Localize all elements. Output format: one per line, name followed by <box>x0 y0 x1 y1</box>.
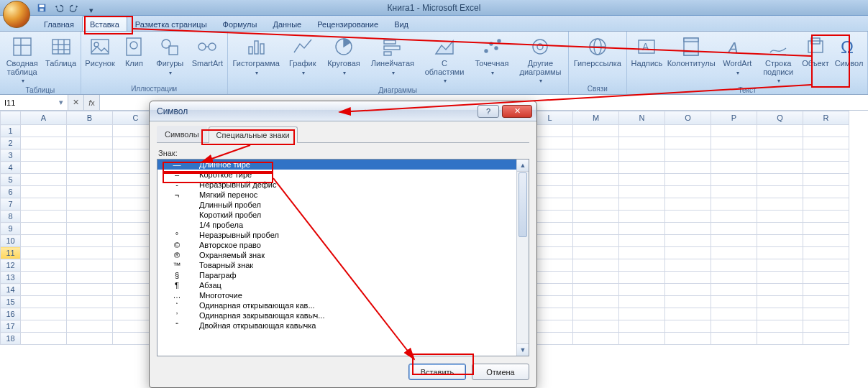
cell[interactable] <box>619 211 665 223</box>
cell[interactable] <box>711 149 757 162</box>
list-item[interactable]: ¶Абзац <box>157 280 529 290</box>
list-item[interactable]: Короткий пробел <box>157 210 529 220</box>
cell[interactable] <box>757 149 803 162</box>
cell[interactable] <box>619 125 665 137</box>
cell[interactable] <box>803 223 849 235</box>
cell[interactable] <box>573 296 619 308</box>
scroll-up-icon[interactable]: ▲ <box>517 160 529 172</box>
row-header[interactable]: 9 <box>1 223 21 235</box>
cell[interactable] <box>665 174 711 186</box>
row-header[interactable]: 2 <box>1 137 21 149</box>
column-header[interactable]: M <box>573 111 619 125</box>
ribbon-tab[interactable]: Вставка <box>82 16 127 31</box>
ribbon-scatter-chart-button[interactable]: Точечная ▾ <box>471 33 513 77</box>
cell[interactable] <box>711 259 757 272</box>
cell[interactable] <box>757 186 803 198</box>
cell[interactable] <box>803 137 849 149</box>
dialog-tab[interactable]: Символы <box>157 126 207 142</box>
cell[interactable] <box>67 272 113 284</box>
cell[interactable] <box>665 198 711 211</box>
column-header[interactable]: P <box>711 111 757 125</box>
cell[interactable] <box>711 272 757 284</box>
ribbon-symbol-button[interactable]: ΩСимвол <box>833 33 864 69</box>
cell[interactable] <box>67 223 113 235</box>
row-header[interactable]: 11 <box>1 247 21 259</box>
cell[interactable] <box>803 198 849 211</box>
cell[interactable] <box>803 235 849 247</box>
cell[interactable] <box>711 137 757 149</box>
cell[interactable] <box>67 259 113 272</box>
cell[interactable] <box>619 259 665 272</box>
cell[interactable] <box>665 211 711 223</box>
cell[interactable] <box>619 198 665 211</box>
special-chars-listbox[interactable]: —Длинное тире–Короткое тире-Неразрывный … <box>157 159 529 356</box>
dialog-tab[interactable]: Специальные знаки <box>209 126 298 143</box>
cell[interactable] <box>573 223 619 235</box>
cell[interactable] <box>711 162 757 174</box>
cell[interactable] <box>757 211 803 223</box>
cell[interactable] <box>21 186 67 198</box>
ribbon-other-chart-button[interactable]: Другие диаграммы ▾ <box>516 33 565 86</box>
cell[interactable] <box>21 162 67 174</box>
cell[interactable] <box>619 186 665 198</box>
row-header[interactable]: 5 <box>1 174 21 186</box>
cell[interactable] <box>803 174 849 186</box>
cell[interactable] <box>67 174 113 186</box>
cell[interactable] <box>757 125 803 137</box>
list-item[interactable]: ™Товарный знак <box>157 260 529 270</box>
cell[interactable] <box>711 223 757 235</box>
cell[interactable] <box>21 284 67 296</box>
cell[interactable] <box>573 333 619 345</box>
ribbon-headerfooter-button[interactable]: Колонтитулы <box>667 33 716 69</box>
ribbon-hyperlink-button[interactable]: Гиперссылка <box>572 33 623 69</box>
cell[interactable] <box>573 149 619 162</box>
list-item[interactable]: —Длинное тире <box>157 160 529 170</box>
select-all-cell[interactable] <box>1 111 21 125</box>
cell[interactable] <box>803 247 849 259</box>
cell[interactable] <box>711 247 757 259</box>
cell[interactable] <box>67 333 113 345</box>
cell[interactable] <box>67 186 113 198</box>
cell[interactable] <box>573 247 619 259</box>
cell[interactable] <box>21 320 67 333</box>
cell[interactable] <box>21 174 67 186</box>
row-header[interactable]: 14 <box>1 284 21 296</box>
cell[interactable] <box>67 308 113 320</box>
list-item[interactable]: °Неразрывный пробел <box>157 230 529 240</box>
cell[interactable] <box>21 211 67 223</box>
cell[interactable] <box>619 247 665 259</box>
scroll-down-icon[interactable]: ▼ <box>517 343 529 356</box>
cell[interactable] <box>21 198 67 211</box>
cell[interactable] <box>803 333 849 345</box>
ribbon-tab[interactable]: Вид <box>386 16 416 31</box>
column-header[interactable]: R <box>803 111 849 125</box>
cell[interactable] <box>757 162 803 174</box>
dialog-titlebar[interactable]: Символ ? ✕ <box>150 101 536 121</box>
column-header[interactable]: B <box>67 111 113 125</box>
cell[interactable] <box>573 211 619 223</box>
cell[interactable] <box>757 272 803 284</box>
list-item[interactable]: –Короткое тире <box>157 170 529 180</box>
ribbon-tab[interactable]: Разметка страницы <box>127 16 215 31</box>
cell[interactable] <box>67 235 113 247</box>
cell[interactable] <box>803 296 849 308</box>
cell[interactable] <box>619 320 665 333</box>
cell[interactable] <box>21 223 67 235</box>
ribbon-pivot-button[interactable]: Сводная таблица ▾ <box>3 33 41 86</box>
row-header[interactable]: 6 <box>1 186 21 198</box>
cell[interactable] <box>757 223 803 235</box>
list-item[interactable]: §Параграф <box>157 270 529 280</box>
cell[interactable] <box>67 296 113 308</box>
cell[interactable] <box>573 174 619 186</box>
cell[interactable] <box>573 186 619 198</box>
ribbon-smartart-button[interactable]: SmartArt <box>191 33 224 69</box>
cell[interactable] <box>67 137 113 149</box>
cell[interactable] <box>21 137 67 149</box>
ribbon-tab[interactable]: Главная <box>36 16 82 31</box>
cell[interactable] <box>67 284 113 296</box>
list-item[interactable]: ®Охраняемый знак <box>157 250 529 260</box>
list-item[interactable]: ’Одинарная закрывающая кавыч... <box>157 310 529 320</box>
cell[interactable] <box>619 223 665 235</box>
ribbon-area-chart-button[interactable]: С областями ▾ <box>421 33 468 86</box>
cell[interactable] <box>21 333 67 345</box>
